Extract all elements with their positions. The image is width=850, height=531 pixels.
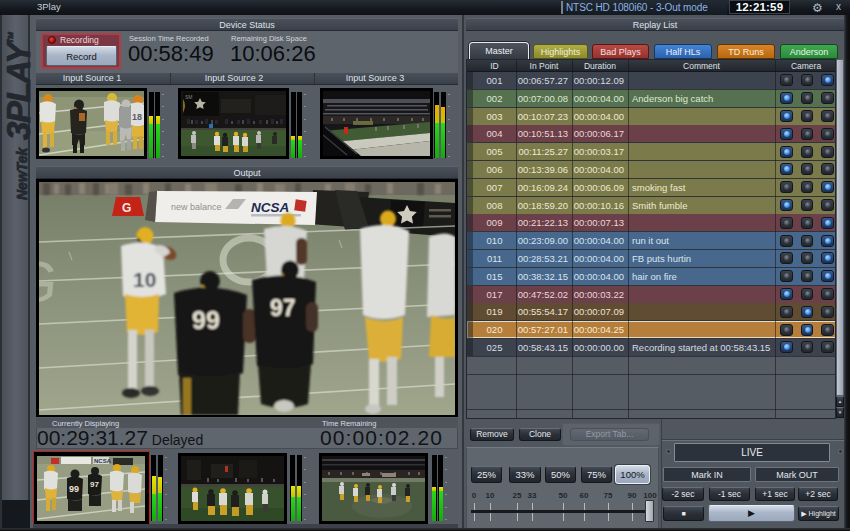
svg-text:G: G bbox=[122, 201, 131, 215]
svg-text:NCSA: NCSA bbox=[251, 200, 289, 215]
svg-text:18: 18 bbox=[132, 112, 142, 122]
svg-text:99: 99 bbox=[192, 306, 220, 334]
svg-text:97: 97 bbox=[270, 295, 296, 321]
svg-text:97: 97 bbox=[90, 480, 99, 489]
svg-text:10: 10 bbox=[133, 268, 156, 291]
svg-text:99: 99 bbox=[69, 484, 79, 494]
svg-text:NCSA: NCSA bbox=[94, 458, 112, 464]
svg-text:new balance: new balance bbox=[171, 202, 222, 212]
svg-text:SM: SM bbox=[185, 94, 193, 100]
